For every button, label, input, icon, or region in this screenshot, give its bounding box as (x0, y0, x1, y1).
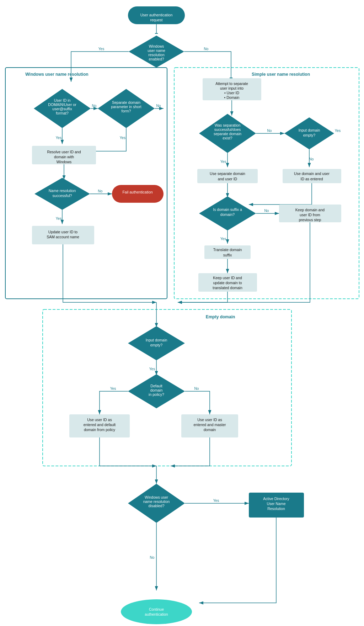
ss2: successful/does (214, 127, 241, 132)
ds1: Is domain suffix a (213, 207, 242, 212)
ku2: update domain to (213, 281, 242, 285)
start-label2: request (150, 18, 162, 22)
ad1: Active Directory (263, 497, 289, 501)
uu2: SAM account name (47, 235, 79, 239)
label-no-1: No (204, 47, 209, 51)
sd1: Separate domain (112, 100, 140, 105)
dd2: domain (150, 388, 163, 392)
ud2: entered and default (84, 423, 116, 427)
wed1: Windows (149, 44, 164, 48)
ud1: Use user ID as (87, 418, 112, 422)
arrow-update-bottom (63, 244, 156, 302)
ca2: authentication (145, 612, 168, 616)
arrow-ad-continue (199, 518, 276, 603)
label-yes-4: Yes (56, 217, 61, 221)
rb3: Windows (57, 160, 72, 164)
label-yes-3: Yes (120, 136, 125, 140)
simple-section-title: Simple user name resolution (252, 72, 310, 77)
ss3: separate domain (214, 132, 241, 136)
ude1: Use domain and user (294, 171, 330, 176)
ss1: Was separation (215, 123, 241, 127)
us1: Use separate domain (210, 171, 245, 176)
dd3: in policy? (149, 392, 164, 397)
uf2: DOMAIN\User or (48, 102, 76, 107)
label-yes-ide: Yes (335, 129, 341, 133)
fa1: Fail authentication (122, 190, 152, 194)
label-no-wd: No (150, 556, 155, 559)
uf4: format? (56, 111, 69, 115)
label-no-ds: No (264, 209, 269, 213)
label-yes-5: Yes (220, 160, 226, 164)
uf3: user@suffix (52, 107, 72, 111)
arrow-ude-merge (249, 183, 312, 205)
kd3: previous step (299, 218, 321, 222)
um2: entered and master (193, 423, 226, 427)
arrow-yes-dd (100, 391, 128, 414)
label-no-2: No (92, 104, 97, 108)
label-yes-dd: Yes (110, 387, 116, 391)
td2: suffix (223, 253, 232, 257)
rb1: Resolve user ID and (47, 150, 81, 154)
ude2: ID as entered (300, 177, 323, 181)
label-no-3: No (156, 104, 161, 108)
um1: Use user ID as (197, 418, 222, 422)
wed3: resolution (148, 53, 165, 57)
as3: • User ID (224, 91, 240, 95)
ca1: Continue (149, 607, 164, 611)
label-no-ide: No (309, 157, 314, 161)
ad3: Resolution (267, 506, 285, 511)
label-yes-ds: Yes (220, 237, 226, 241)
label-no-5: No (267, 129, 272, 133)
start-label: User authentication (140, 13, 173, 17)
as1: Attempt to separate (215, 81, 248, 86)
empty-domain-title: Empty domain (206, 314, 235, 319)
rb2: domain with (54, 155, 74, 159)
ss4: exist? (223, 136, 232, 140)
windows-section-title: Windows user name resolution (25, 72, 88, 77)
wd3: disabled? (149, 504, 165, 508)
arrow-um-join (171, 437, 210, 466)
sd3: form? (122, 109, 131, 113)
wd2: name resolution (143, 499, 170, 504)
arrow-udef-join (100, 437, 156, 466)
diagram: User authentication request Windows user… (0, 0, 364, 626)
td1: Translate domain (213, 248, 242, 252)
label-yes-1: Yes (98, 47, 104, 51)
ku3: translated domain (213, 286, 242, 290)
sd2: parameter in short (111, 105, 141, 109)
ide1: Input domain (299, 128, 320, 132)
label-yes-ide2: Yes (149, 367, 155, 371)
us2: and user ID (218, 177, 237, 181)
uu1: Update user ID to (48, 230, 77, 234)
ud3: domain from policy (84, 428, 116, 432)
ku1: Keep user ID and (213, 276, 242, 280)
ide21: Input domain (146, 338, 167, 342)
ide22: empty? (150, 343, 163, 347)
as2: user input into (220, 86, 243, 90)
label-no-dd: No (194, 387, 199, 391)
wd1: Windows user (145, 495, 168, 499)
label-no-4: No (98, 189, 103, 193)
as4: • Domain (224, 95, 240, 100)
wed4: enabled? (149, 57, 164, 61)
wed2: user name (148, 48, 165, 53)
ad2: User Name (267, 502, 285, 506)
nr2: successful? (53, 193, 72, 198)
kd2: user ID from (300, 213, 320, 217)
label-yes-wd: Yes (213, 499, 219, 503)
ide2: empty? (303, 133, 316, 137)
nr1: Name resolution (49, 189, 76, 193)
arrow-no-dd (185, 391, 210, 414)
kd1: Keep domain and (295, 208, 325, 212)
arrow-ku-down (178, 292, 228, 302)
ds2: domain? (220, 212, 235, 217)
label-yes-2: Yes (56, 136, 61, 140)
um3: domain (204, 428, 216, 432)
uf1: User ID in (54, 98, 71, 102)
dd1: Default (150, 384, 162, 388)
